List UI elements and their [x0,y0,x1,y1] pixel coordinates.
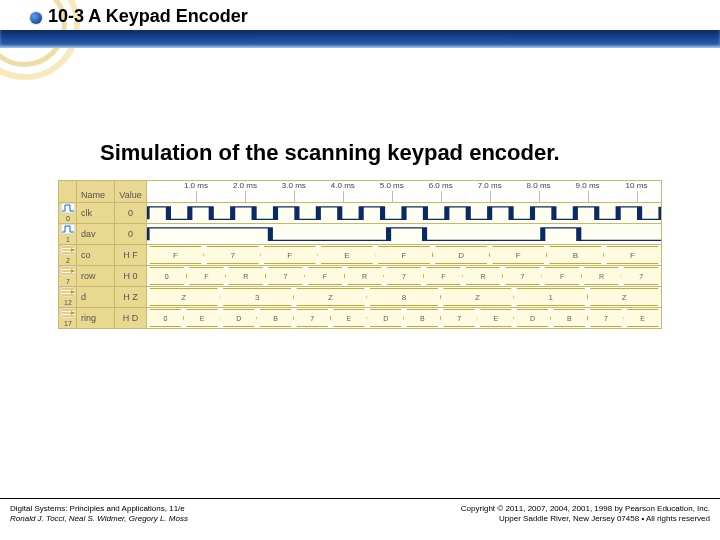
bus-segment: Z [293,288,368,306]
signal-digital-icon: 1 [59,224,77,245]
bus-segment: E [183,309,222,327]
bus-segment: Z [440,288,515,306]
signal-bus-icon: 17 [59,308,77,329]
bus-segment: D [432,246,491,264]
time-tick-label: 1.0 ms [184,181,208,190]
signal-value: 0 [115,203,147,224]
signal-row: 2coH FF7FEFDFBF [59,245,662,266]
bus-segment: 7 [203,246,262,264]
waveform-simulation-panel: Name Value 1.0 ms2.0 ms3.0 ms4.0 ms5.0 m… [58,180,662,340]
signal-name: co [77,245,115,266]
signal-row: 17ringH D0EDB7EDB7EDB7E [59,308,662,329]
bus-segment: R [462,267,504,285]
time-tick-label: 7.0 ms [478,181,502,190]
time-tick-label: 10 ms [626,181,648,190]
bus-segment: Z [146,288,221,306]
bus-segment: D [513,309,552,327]
signal-waveform [147,224,662,245]
time-ruler: 1.0 ms2.0 ms3.0 ms4.0 ms5.0 ms6.0 ms7.0 … [147,181,662,203]
bus-segment: F [423,267,465,285]
title-bullet-icon [30,12,42,24]
signal-waveform [147,203,662,224]
waveform-header-row: Name Value 1.0 ms2.0 ms3.0 ms4.0 ms5.0 m… [59,181,662,203]
bus-segment: 7 [383,267,425,285]
time-tick-label: 6.0 ms [429,181,453,190]
footer-copyright: Copyright © 2011, 2007, 2004, 2001, 1998… [461,504,710,514]
bus-segment: 7 [293,309,332,327]
signal-row: 1dav0 [59,224,662,245]
signal-waveform: Z3Z8Z1Z [147,287,662,308]
bus-segment: R [344,267,386,285]
time-tick-label: 5.0 ms [380,181,404,190]
bus-segment: 7 [620,267,662,285]
signal-row: 0clk0 [59,203,662,224]
slide-footer: Digital Systems: Principles and Applicat… [0,498,720,540]
bus-segment: R [581,267,623,285]
signal-name: clk [77,203,115,224]
bus-segment: 0 [146,309,185,327]
time-tick-label: 2.0 ms [233,181,257,190]
bus-segment: 7 [440,309,479,327]
signal-value: H D [115,308,147,329]
bus-segment: F [186,267,228,285]
bus-segment: 7 [587,309,626,327]
bus-segment: B [546,246,605,264]
slide-title: 10-3 A Keypad Encoder [48,6,248,27]
bus-segment: F [374,246,433,264]
signal-name: dav [77,224,115,245]
signal-digital-icon: 0 [59,203,77,224]
signal-bus-icon: 12 [59,287,77,308]
col-header-name: Name [77,181,115,203]
signal-waveform: F7FEFDFBF [147,245,662,266]
bus-segment: F [489,246,548,264]
bus-segment: B [550,309,589,327]
signal-name: d [77,287,115,308]
signal-waveform: 0FR7FR7FR7FR7 [147,266,662,287]
footer-book-title: Digital Systems: Principles and Applicat… [10,504,188,514]
time-tick-label: 9.0 ms [576,181,600,190]
bus-segment: 0 [146,267,188,285]
signal-value: H Z [115,287,147,308]
slide-subheading: Simulation of the scanning keypad encode… [100,140,560,166]
bus-segment: F [603,246,662,264]
signal-row: 7rowH 00FR7FR7FR7FR7 [59,266,662,287]
signal-name: row [77,266,115,287]
bus-segment: D [219,309,258,327]
bus-segment: B [403,309,442,327]
signal-value: H F [115,245,147,266]
signal-row: 12dH ZZ3Z8Z1Z [59,287,662,308]
bus-segment: F [304,267,346,285]
time-tick-label: 4.0 ms [331,181,355,190]
bus-segment: Z [587,288,662,306]
title-underline-bar [0,30,720,48]
col-header-value: Value [115,181,147,203]
bus-segment: F [541,267,583,285]
signal-value: H 0 [115,266,147,287]
bus-segment: F [146,246,205,264]
footer-authors: Ronald J. Tocci, Neal S. Widmer, Gregory… [10,514,188,524]
signal-bus-icon: 2 [59,245,77,266]
bus-segment: B [256,309,295,327]
time-tick-label: 8.0 ms [527,181,551,190]
bus-segment: 3 [219,288,294,306]
bus-segment: 7 [265,267,307,285]
signal-value: 0 [115,224,147,245]
bus-segment: E [330,309,369,327]
bus-segment: R [225,267,267,285]
bus-segment: E [317,246,376,264]
bus-segment: E [623,309,662,327]
bus-segment: D [366,309,405,327]
bus-segment: 8 [366,288,441,306]
signal-waveform: 0EDB7EDB7EDB7E [147,308,662,329]
bus-segment: F [260,246,319,264]
signal-name: ring [77,308,115,329]
bus-segment: 7 [502,267,544,285]
time-tick-label: 3.0 ms [282,181,306,190]
bus-segment: 1 [513,288,588,306]
signal-bus-icon: 7 [59,266,77,287]
bus-segment: E [476,309,515,327]
footer-address: Upper Saddle River, New Jersey 07458 • A… [461,514,710,524]
